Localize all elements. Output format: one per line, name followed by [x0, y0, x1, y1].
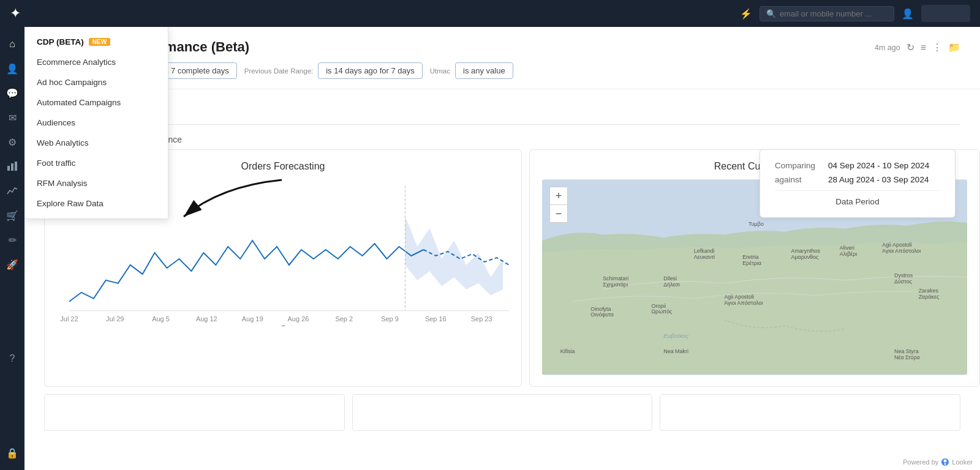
data-period-label: Data Period [775, 197, 940, 206]
svg-text:Οινόφυτα: Οινόφυτα [590, 311, 614, 318]
last-refresh-timestamp: 4m ago [875, 43, 900, 52]
refresh-icon[interactable]: ↻ [907, 42, 914, 53]
main-content: CDP (BETA) New Ecommerce Analytics Ad ho… [24, 27, 980, 470]
dropdown-item-rfm[interactable]: RFM Analysis [24, 173, 168, 193]
powered-by-footer: Powered by Looker [903, 458, 973, 466]
dropdown-label-cdp: CDP (BETA) [37, 37, 84, 47]
sidebar-item-home[interactable]: ⌂ [2, 34, 22, 54]
overview-divider [44, 124, 960, 125]
svg-text:Aug 12: Aug 12 [196, 315, 217, 323]
svg-text:Σχηματάρι: Σχηματάρι [603, 282, 628, 288]
search-icon: 🔍 [766, 9, 776, 18]
svg-text:Oinofyta: Oinofyta [590, 306, 611, 312]
svg-text:Agii Apostoli: Agii Apostoli [724, 294, 754, 300]
sidebar-item-person[interactable]: 👤 [2, 59, 22, 78]
date-comparison-box: Comparing 04 Sep 2024 - 10 Sep 2024 agai… [760, 149, 956, 218]
bottom-data-row [44, 394, 960, 431]
sidebar-item-rocket[interactable]: 🚀 [2, 255, 22, 274]
svg-point-51 [944, 463, 946, 465]
dropdown-label-ecommerce: Ecommerce Analytics [37, 58, 116, 67]
dropdown-item-adhoc[interactable]: Ad hoc Campaigns [24, 72, 168, 92]
dropdown-item-web-analytics[interactable]: Web Analytics [24, 133, 168, 153]
sidebar-item-settings[interactable]: ⚙ [2, 132, 22, 152]
svg-text:Dilesi: Dilesi [663, 275, 677, 282]
dropdown-label-rfm: RFM Analysis [37, 179, 88, 188]
overview-title: Overview [44, 102, 960, 121]
against-value: 28 Aug 2024 - 03 Sep 2024 [828, 175, 929, 184]
svg-text:Άγιοι Απόστολοι: Άγιοι Απόστολοι [724, 300, 763, 306]
comparing-label: Comparing [775, 161, 821, 170]
utmac-chip[interactable]: is any value [455, 62, 513, 79]
svg-text:Schimatari: Schimatari [603, 275, 628, 282]
bottom-data-box-3 [660, 394, 960, 431]
sidebar-item-edit[interactable]: ✏ [2, 230, 22, 250]
svg-text:Άγιοι Απόστολοι: Άγιοι Απόστολοι [882, 248, 921, 254]
search-bar[interactable]: 🔍 email or mobile number ... [760, 6, 894, 21]
navigation-dropdown: CDP (BETA) New Ecommerce Analytics Ad ho… [24, 27, 168, 219]
sidebar-item-lock[interactable]: 🔒 [2, 443, 22, 463]
svg-text:Aliveri: Aliveri [840, 245, 854, 251]
sidebar-item-chat[interactable]: 💬 [2, 83, 22, 103]
more-options-icon[interactable]: ⋮ [932, 42, 942, 53]
comparing-value: 04 Sep 2024 - 10 Sep 2024 [828, 161, 929, 170]
svg-text:Ωρωπός: Ωρωπός [651, 308, 673, 315]
against-label: against [775, 175, 821, 184]
svg-text:Jul 29: Jul 29 [106, 315, 124, 323]
dropdown-label-web-analytics: Web Analytics [37, 138, 89, 147]
dropdown-label-audiences: Audiences [37, 118, 75, 127]
svg-text:Sep 23: Sep 23 [471, 315, 492, 323]
dropdown-item-foot-traffic[interactable]: Foot traffic [24, 153, 168, 173]
top-navigation: ✦ ⚡ 🔍 email or mobile number ... 👤 [0, 0, 980, 27]
svg-text:Λευκαντί: Λευκαντί [694, 254, 715, 260]
svg-text:Eretria: Eretria [742, 254, 758, 260]
sidebar-item-cart[interactable]: 🛒 [2, 206, 22, 225]
user-menu-button[interactable] [921, 5, 970, 22]
dropdown-item-cdp[interactable]: CDP (BETA) New [24, 32, 168, 52]
lightning-icon[interactable]: ⚡ [740, 8, 752, 20]
dropdown-item-automated[interactable]: Automated Campaigns [24, 92, 168, 113]
filter-icon[interactable]: ≡ [921, 42, 926, 53]
nav-left: ✦ [10, 6, 28, 21]
overview-subtitle: Track your ecommerce performance [44, 135, 960, 144]
utmac-section: Utmac is any value [430, 62, 513, 79]
sidebar-item-help[interactable]: ? [2, 349, 22, 368]
dropdown-item-ecommerce[interactable]: Ecommerce Analytics [24, 52, 168, 72]
search-placeholder: email or mobile number ... [780, 9, 872, 18]
svg-text:Jul 22: Jul 22 [60, 315, 78, 323]
svg-text:Νέα Στύρα: Νέα Στύρα [894, 354, 920, 360]
bottom-data-box-2 [352, 394, 653, 431]
dropdown-label-raw-data: Explore Raw Data [37, 199, 104, 208]
nav-right: ⚡ 🔍 email or mobile number ... 👤 [740, 5, 970, 22]
svg-text:Oropii: Oropii [651, 303, 666, 309]
map-zoom-out-button[interactable]: − [550, 205, 567, 222]
previous-date-range-section: Previous Date Range: is 14 days ago for … [244, 62, 423, 79]
user-avatar-icon[interactable]: 👤 [902, 8, 914, 20]
sidebar-item-email[interactable]: ✉ [2, 108, 22, 127]
svg-text:Amarynthos: Amarynthos [791, 248, 820, 254]
svg-text:Αμαρυνθος: Αμαρυνθος [791, 254, 819, 260]
svg-text:Nea Makri: Nea Makri [663, 348, 688, 354]
dropdown-item-audiences[interactable]: Audiences [24, 113, 168, 133]
bottom-data-box-1 [44, 394, 345, 431]
svg-text:Zarakes: Zarakes [919, 288, 939, 294]
folder-icon[interactable]: 📁 [948, 42, 960, 53]
previous-date-range-chip[interactable]: is 14 days ago for 7 days [318, 62, 423, 79]
svg-text:Τυμβο: Τυμβο [748, 221, 764, 227]
map-zoom-controls: + − [549, 187, 568, 223]
svg-text:Nea Styra: Nea Styra [894, 348, 919, 354]
svg-text:Sep 2: Sep 2 [335, 315, 353, 323]
new-badge: New [89, 38, 110, 46]
sidebar-item-analytics[interactable] [2, 181, 22, 201]
sidebar-item-chart-bar[interactable] [2, 157, 22, 176]
svg-text:Αλιβέρι: Αλιβέρι [840, 251, 858, 257]
dropdown-label-automated: Automated Campaigns [37, 98, 121, 107]
dropdown-item-raw-data[interactable]: Explore Raw Data [24, 193, 168, 214]
date-period-divider [775, 190, 940, 191]
powered-by-label: Powered by [903, 458, 938, 466]
svg-text:Ευβοïκος: Ευβοïκος [663, 332, 688, 339]
map-zoom-in-button[interactable]: + [550, 187, 567, 204]
svg-text:Ερέτρια: Ερέτρια [742, 260, 761, 266]
svg-text:Δύστος: Δύστος [894, 278, 913, 285]
svg-rect-2 [15, 162, 17, 171]
svg-rect-0 [7, 166, 10, 171]
